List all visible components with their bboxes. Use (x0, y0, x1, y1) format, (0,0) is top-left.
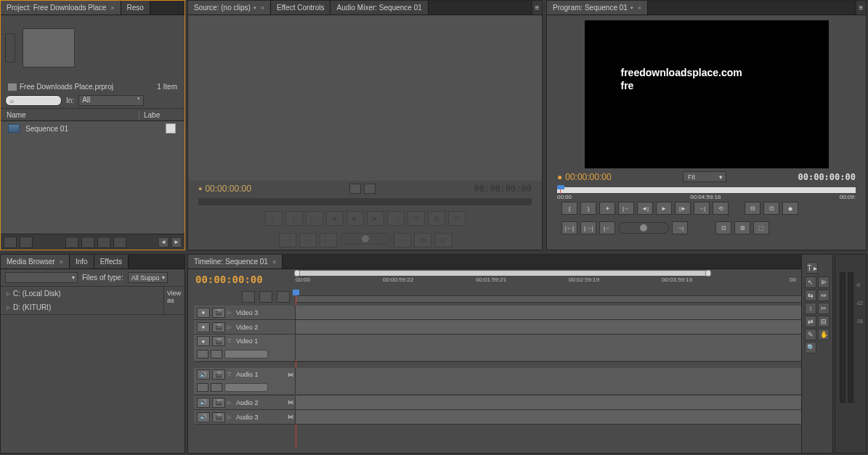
track-content[interactable] (296, 320, 816, 334)
mark-out-btn[interactable]: }→ (299, 233, 317, 247)
jog-wheel[interactable] (340, 233, 391, 245)
track-content[interactable] (296, 306, 816, 319)
slip-tool[interactable]: ⇄ (805, 316, 816, 327)
keyframe-btn[interactable] (197, 350, 208, 358)
export-frame-btn[interactable]: ⊡ (715, 221, 731, 234)
set-in-btn[interactable]: { (265, 211, 283, 226)
panel-menu-icon[interactable]: ≡ (532, 1, 542, 15)
label-swatch[interactable] (166, 123, 176, 134)
chevron-down-icon[interactable]: ▾ (630, 5, 633, 11)
search-input[interactable] (5, 95, 62, 106)
chevron-down-icon[interactable]: ▾ (253, 5, 256, 11)
slide-tool[interactable]: ⊟ (818, 316, 830, 327)
lock-icon[interactable]: 🎬 (212, 412, 225, 422)
track-subheader[interactable]: R (194, 381, 296, 394)
close-icon[interactable]: × (272, 258, 276, 266)
play-btn[interactable]: ► (656, 202, 672, 215)
lock-icon[interactable]: 🎬 (212, 308, 225, 318)
fit-selector[interactable]: Fit (683, 171, 726, 182)
find-btn[interactable] (65, 237, 78, 248)
marker-btn[interactable]: ✦ (599, 202, 615, 215)
jog-wheel[interactable] (618, 222, 669, 234)
src-btn[interactable] (349, 184, 361, 194)
track-header[interactable]: 🔊 🎬 ▷ Audio 3 ⋈ (194, 410, 296, 424)
lock-icon[interactable]: 🎬 (212, 322, 225, 332)
expand-icon[interactable]: ▷ (227, 400, 231, 406)
track-content[interactable] (296, 348, 816, 361)
col-label[interactable]: Labe (139, 111, 160, 119)
track-content[interactable] (296, 381, 816, 394)
selection-tool[interactable]: ↖ (805, 276, 816, 288)
export-frame-btn[interactable]: ⊡ (434, 233, 452, 247)
playhead-head[interactable] (293, 290, 299, 295)
playhead-icon[interactable] (557, 185, 564, 194)
extract-btn[interactable]: ⊡ (763, 202, 779, 215)
prev-edit-btn[interactable]: |← (599, 221, 615, 234)
tab-timeline[interactable]: Timeline: Sequence 01 × (188, 255, 283, 269)
filetype-selector[interactable]: All Suppo (128, 272, 168, 283)
media-dropdown[interactable] (5, 272, 78, 283)
track-header[interactable]: 🔊 🎬 ▷ Audio 2 ⋈ (194, 395, 296, 409)
ruler-track[interactable] (296, 295, 816, 303)
step-back-btn[interactable]: ◄| (637, 202, 653, 215)
scroll-left[interactable]: ◄ (158, 237, 169, 247)
project-item[interactable]: Sequence 01 (1, 121, 184, 136)
next-mark-btn[interactable]: →| (394, 233, 411, 247)
list-view-btn[interactable] (4, 237, 17, 248)
tab-effect-controls[interactable]: Effect Controls (271, 1, 330, 15)
panel-menu-icon[interactable]: ≡ (856, 1, 866, 15)
fx-btn[interactable] (211, 383, 222, 392)
speaker-icon[interactable]: 🔊 (197, 369, 210, 380)
rolling-tool[interactable]: ⇔ (818, 290, 830, 301)
expand-icon[interactable]: ▷ (227, 324, 231, 330)
src-btn[interactable] (364, 184, 376, 194)
tab-resources[interactable]: Reso (121, 1, 150, 15)
thumb-info-btn[interactable] (5, 33, 15, 62)
expand-icon[interactable]: ▷ (7, 291, 10, 297)
step-back-btn[interactable]: ◄| (326, 211, 344, 226)
goto-out-btn[interactable]: →| (387, 211, 405, 226)
lock-icon[interactable]: 🎬 (212, 369, 225, 380)
step-fwd-btn[interactable]: |► (367, 211, 384, 226)
scroll-right[interactable]: ► (171, 237, 182, 247)
loop-btn[interactable]: ⟲ (713, 202, 729, 215)
settings-btn[interactable] (277, 291, 290, 303)
expand-icon[interactable]: ▷ (7, 305, 10, 311)
eye-icon[interactable]: ● (197, 308, 210, 318)
trim-btn[interactable]: ◆ (782, 202, 798, 215)
icon-view-btn[interactable] (20, 237, 33, 248)
trash-btn[interactable] (113, 237, 126, 248)
track-content[interactable] (296, 410, 816, 424)
zoom-tool[interactable]: 🔍 (805, 342, 816, 353)
timeline-ruler[interactable]: 00:00 00:00:59:22 00:01:59:21 00:02:59:1… (296, 271, 816, 306)
expand-icon[interactable]: ▽ (227, 338, 231, 344)
track-header[interactable]: ● 🎬 ▷ Video 3 (194, 306, 296, 319)
source-ruler[interactable] (198, 198, 532, 205)
type-tool[interactable]: T ▸ (806, 262, 818, 274)
set-in-btn[interactable]: { (561, 202, 577, 215)
zoom-handle-right[interactable] (705, 270, 711, 276)
zoom-handle-left[interactable] (294, 270, 300, 276)
set-out-btn[interactable]: } (285, 211, 303, 226)
mark-in-btn[interactable]: ←{ (279, 233, 296, 247)
new-item-btn[interactable] (97, 237, 110, 248)
step-fwd-btn[interactable]: |► (675, 202, 691, 215)
tab-media-browser[interactable]: Media Browser × (1, 255, 70, 269)
fx-btn[interactable] (211, 350, 222, 358)
lock-icon[interactable]: 🎬 (212, 398, 225, 408)
lift-btn[interactable]: ⊟ (745, 202, 760, 215)
keyframe-btn[interactable] (197, 383, 208, 392)
col-name[interactable]: Name (1, 111, 139, 119)
play-btn[interactable]: ► (346, 211, 364, 226)
in-selector[interactable]: All ▾ (78, 95, 144, 106)
program-ruler[interactable]: 00:00 00:04:59:16 00:09: (557, 187, 856, 197)
tab-project[interactable]: Project: Free Downloads Place × (1, 1, 121, 15)
track-header[interactable]: ● 🎬 ▷ Video 2 (194, 320, 296, 334)
eye-icon[interactable]: ● (197, 322, 210, 332)
lock-icon[interactable]: 🎬 (212, 336, 225, 346)
snap-btn[interactable] (242, 291, 255, 303)
speaker-icon[interactable]: 🔊 (197, 398, 210, 408)
close-icon[interactable]: × (638, 4, 641, 12)
new-bin-btn[interactable] (81, 237, 94, 248)
goto-out-btn[interactable]: →| (694, 202, 710, 215)
